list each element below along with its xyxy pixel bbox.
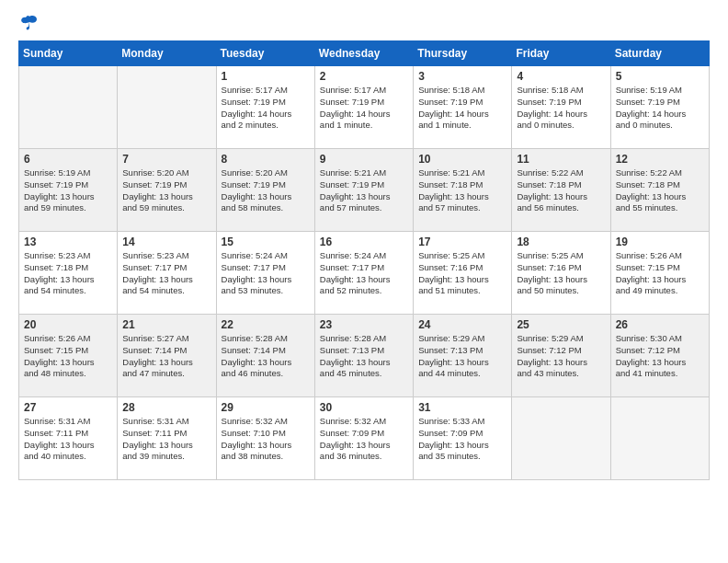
day-number: 28 [122,401,210,414]
day-info: Sunrise: 5:30 AM Sunset: 7:12 PM Dayligh… [616,333,704,380]
day-number: 25 [517,318,605,331]
calendar-week-row: 20Sunrise: 5:26 AM Sunset: 7:15 PM Dayli… [19,315,710,397]
column-header-saturday: Saturday [610,41,709,66]
calendar-table: SundayMondayTuesdayWednesdayThursdayFrid… [18,40,710,480]
day-number: 31 [418,401,506,414]
day-number: 7 [122,153,210,166]
day-number: 9 [320,153,408,166]
calendar-cell: 24Sunrise: 5:29 AM Sunset: 7:13 PM Dayli… [414,315,512,397]
day-info: Sunrise: 5:31 AM Sunset: 7:11 PM Dayligh… [122,416,210,463]
calendar-cell: 9Sunrise: 5:21 AM Sunset: 7:19 PM Daylig… [314,149,413,232]
calendar-cell: 3Sunrise: 5:18 AM Sunset: 7:19 PM Daylig… [414,66,512,149]
calendar-cell: 22Sunrise: 5:28 AM Sunset: 7:14 PM Dayli… [216,315,314,397]
day-info: Sunrise: 5:19 AM Sunset: 7:19 PM Dayligh… [616,85,704,132]
calendar-cell: 12Sunrise: 5:22 AM Sunset: 7:18 PM Dayli… [610,149,709,232]
calendar-cell: 8Sunrise: 5:20 AM Sunset: 7:19 PM Daylig… [216,149,314,232]
calendar-cell: 7Sunrise: 5:20 AM Sunset: 7:19 PM Daylig… [118,149,216,232]
calendar-cell: 6Sunrise: 5:19 AM Sunset: 7:19 PM Daylig… [19,149,118,232]
day-info: Sunrise: 5:17 AM Sunset: 7:19 PM Dayligh… [222,85,310,132]
calendar-cell: 15Sunrise: 5:24 AM Sunset: 7:17 PM Dayli… [216,232,314,315]
day-info: Sunrise: 5:22 AM Sunset: 7:18 PM Dayligh… [616,167,704,214]
calendar-cell: 2Sunrise: 5:17 AM Sunset: 7:19 PM Daylig… [314,66,413,149]
day-number: 10 [418,153,506,166]
day-info: Sunrise: 5:25 AM Sunset: 7:16 PM Dayligh… [418,250,506,297]
logo [18,18,39,31]
day-info: Sunrise: 5:28 AM Sunset: 7:13 PM Dayligh… [320,333,408,380]
day-number: 4 [517,70,605,83]
calendar-cell: 21Sunrise: 5:27 AM Sunset: 7:14 PM Dayli… [118,315,216,397]
calendar-week-row: 1Sunrise: 5:17 AM Sunset: 7:19 PM Daylig… [19,66,710,149]
calendar-cell: 26Sunrise: 5:30 AM Sunset: 7:12 PM Dayli… [610,315,709,397]
day-number: 21 [122,318,210,331]
column-header-monday: Monday [118,41,216,66]
day-number: 20 [24,318,112,331]
page-header [18,18,710,31]
day-info: Sunrise: 5:23 AM Sunset: 7:18 PM Dayligh… [24,250,112,297]
calendar-cell [610,397,709,480]
day-info: Sunrise: 5:33 AM Sunset: 7:09 PM Dayligh… [418,416,506,463]
day-number: 11 [517,153,605,166]
day-info: Sunrise: 5:28 AM Sunset: 7:14 PM Dayligh… [222,333,310,380]
day-info: Sunrise: 5:29 AM Sunset: 7:12 PM Dayligh… [517,333,605,380]
day-number: 14 [122,236,210,248]
day-number: 23 [320,318,408,331]
day-number: 8 [222,153,310,166]
day-number: 13 [24,236,112,248]
day-info: Sunrise: 5:32 AM Sunset: 7:10 PM Dayligh… [222,416,310,463]
day-info: Sunrise: 5:22 AM Sunset: 7:18 PM Dayligh… [517,167,605,214]
day-number: 5 [616,70,704,83]
day-info: Sunrise: 5:27 AM Sunset: 7:14 PM Dayligh… [122,333,210,380]
calendar-cell: 29Sunrise: 5:32 AM Sunset: 7:10 PM Dayli… [216,397,314,480]
column-header-friday: Friday [512,41,610,66]
calendar-cell: 13Sunrise: 5:23 AM Sunset: 7:18 PM Dayli… [19,232,118,315]
day-number: 6 [24,153,112,166]
day-number: 2 [320,70,408,83]
calendar-cell: 14Sunrise: 5:23 AM Sunset: 7:17 PM Dayli… [118,232,216,315]
day-info: Sunrise: 5:21 AM Sunset: 7:19 PM Dayligh… [320,167,408,214]
calendar-cell: 11Sunrise: 5:22 AM Sunset: 7:18 PM Dayli… [512,149,610,232]
day-info: Sunrise: 5:32 AM Sunset: 7:09 PM Dayligh… [320,416,408,463]
day-number: 26 [616,318,704,331]
day-number: 12 [616,153,704,166]
calendar-week-row: 6Sunrise: 5:19 AM Sunset: 7:19 PM Daylig… [19,149,710,232]
day-number: 18 [517,236,605,248]
day-info: Sunrise: 5:24 AM Sunset: 7:17 PM Dayligh… [222,250,310,297]
calendar-cell: 31Sunrise: 5:33 AM Sunset: 7:09 PM Dayli… [414,397,512,480]
day-info: Sunrise: 5:26 AM Sunset: 7:15 PM Dayligh… [24,333,112,380]
day-info: Sunrise: 5:19 AM Sunset: 7:19 PM Dayligh… [24,167,112,214]
calendar-cell [19,66,118,149]
day-info: Sunrise: 5:18 AM Sunset: 7:19 PM Dayligh… [517,85,605,132]
day-info: Sunrise: 5:31 AM Sunset: 7:11 PM Dayligh… [24,416,112,463]
calendar-cell: 28Sunrise: 5:31 AM Sunset: 7:11 PM Dayli… [118,397,216,480]
calendar-cell: 27Sunrise: 5:31 AM Sunset: 7:11 PM Dayli… [19,397,118,480]
day-number: 29 [222,401,310,414]
day-number: 19 [616,236,704,248]
logo-bird-icon [20,15,39,31]
day-info: Sunrise: 5:18 AM Sunset: 7:19 PM Dayligh… [418,85,506,132]
day-number: 3 [418,70,506,83]
calendar-cell: 10Sunrise: 5:21 AM Sunset: 7:18 PM Dayli… [414,149,512,232]
day-info: Sunrise: 5:29 AM Sunset: 7:13 PM Dayligh… [418,333,506,380]
day-info: Sunrise: 5:21 AM Sunset: 7:18 PM Dayligh… [418,167,506,214]
calendar-cell: 30Sunrise: 5:32 AM Sunset: 7:09 PM Dayli… [314,397,413,480]
calendar-cell: 17Sunrise: 5:25 AM Sunset: 7:16 PM Dayli… [414,232,512,315]
calendar-week-row: 13Sunrise: 5:23 AM Sunset: 7:18 PM Dayli… [19,232,710,315]
column-header-tuesday: Tuesday [216,41,314,66]
day-info: Sunrise: 5:25 AM Sunset: 7:16 PM Dayligh… [517,250,605,297]
day-info: Sunrise: 5:20 AM Sunset: 7:19 PM Dayligh… [122,167,210,214]
column-header-thursday: Thursday [414,41,512,66]
calendar-cell: 25Sunrise: 5:29 AM Sunset: 7:12 PM Dayli… [512,315,610,397]
day-info: Sunrise: 5:17 AM Sunset: 7:19 PM Dayligh… [320,85,408,132]
calendar-cell: 19Sunrise: 5:26 AM Sunset: 7:15 PM Dayli… [610,232,709,315]
column-header-wednesday: Wednesday [314,41,413,66]
day-number: 15 [222,236,310,248]
day-number: 30 [320,401,408,414]
day-info: Sunrise: 5:26 AM Sunset: 7:15 PM Dayligh… [616,250,704,297]
day-info: Sunrise: 5:20 AM Sunset: 7:19 PM Dayligh… [222,167,310,214]
calendar-cell [512,397,610,480]
calendar-cell: 4Sunrise: 5:18 AM Sunset: 7:19 PM Daylig… [512,66,610,149]
calendar-cell: 23Sunrise: 5:28 AM Sunset: 7:13 PM Dayli… [314,315,413,397]
day-number: 27 [24,401,112,414]
day-number: 16 [320,236,408,248]
day-info: Sunrise: 5:23 AM Sunset: 7:17 PM Dayligh… [122,250,210,297]
